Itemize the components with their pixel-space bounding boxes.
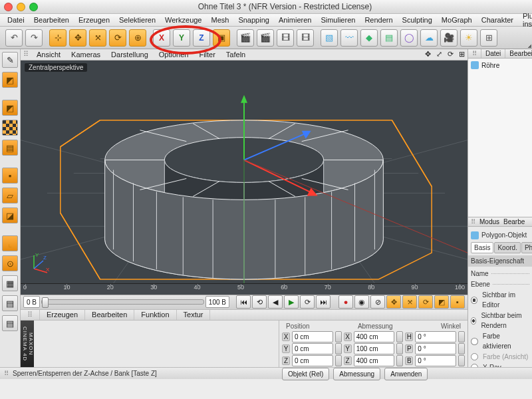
step-forward-button[interactable]: ⟳: [300, 295, 315, 309]
pos-field[interactable]: 0 cm: [292, 331, 333, 342]
tab-bearbeiten[interactable]: Bearbeiten: [85, 310, 134, 320]
object-mode-button[interactable]: ◩: [2, 100, 18, 116]
vp-zoom-icon[interactable]: ⤢: [434, 50, 445, 59]
coord-mode-dropdown[interactable]: Objekt (Rel): [282, 368, 329, 380]
spinner[interactable]: [458, 355, 465, 366]
edge-mode-button[interactable]: ▱: [2, 188, 18, 203]
spinner[interactable]: [458, 343, 465, 354]
workplane-mode-button[interactable]: ▤: [2, 140, 18, 156]
goto-start-button[interactable]: ⏮: [236, 295, 251, 309]
add-modeling-button[interactable]: ▤: [380, 29, 398, 47]
spinner[interactable]: [396, 343, 403, 354]
objmgr-tab-datei[interactable]: Datei: [481, 49, 505, 58]
vp-menu-kameras[interactable]: Kameras: [66, 51, 106, 59]
vp-layout-icon[interactable]: ⊞: [456, 50, 467, 59]
menu-datei[interactable]: Datei: [3, 16, 29, 24]
dim-field[interactable]: 400 cm: [354, 331, 395, 342]
key-param-button[interactable]: ◩: [434, 295, 449, 309]
point-mode-button[interactable]: ▪: [2, 168, 18, 184]
step-back-button[interactable]: ⟲: [252, 295, 267, 309]
axis-mode-button[interactable]: ⌞: [2, 235, 18, 251]
angle-field[interactable]: 0 °: [415, 355, 456, 366]
vp-rotate-icon[interactable]: ⟳: [445, 50, 456, 59]
scale-tool-button[interactable]: ⤧: [89, 29, 106, 47]
add-spline-button[interactable]: 〰: [340, 29, 358, 47]
add-generator-button[interactable]: ◆: [360, 29, 378, 47]
frame-start-field[interactable]: 0 B: [23, 296, 40, 308]
angle-field[interactable]: 0 °: [415, 343, 456, 354]
redo-button[interactable]: [25, 29, 43, 47]
add-camera-button[interactable]: 🎥: [440, 29, 458, 47]
move-tool-button[interactable]: ✥: [69, 29, 86, 47]
menu-charakter[interactable]: Charakter: [477, 16, 518, 24]
menu-snapping[interactable]: Snapping: [233, 16, 274, 24]
radio-vis-render[interactable]: [471, 317, 476, 325]
render-pictureviewer-button[interactable]: 🎞: [277, 29, 294, 47]
spinner[interactable]: [335, 331, 342, 342]
menu-mograph[interactable]: MoGraph: [437, 16, 477, 24]
key-selection-button[interactable]: ⊘: [370, 295, 385, 309]
tab-funktion[interactable]: Funktion: [134, 310, 176, 320]
key-scale-button[interactable]: ⤧: [402, 295, 417, 309]
vp-menu-ansicht[interactable]: Ansicht: [31, 51, 66, 59]
radio-xray[interactable]: [471, 364, 478, 367]
timeline[interactable]: 010 2030 4050 6070 8090 100: [21, 283, 467, 295]
menu-erzeugen[interactable]: Erzeugen: [74, 16, 114, 24]
angle-field[interactable]: 0 °: [415, 331, 456, 342]
locked-workplane-button[interactable]: ▤: [2, 315, 18, 331]
dim-mode-dropdown[interactable]: Abmessung: [333, 368, 380, 380]
spinner[interactable]: [396, 331, 403, 342]
snap-enable-button[interactable]: ⊙: [2, 255, 18, 271]
attr-tab-koord[interactable]: Koord.: [494, 242, 520, 253]
record-key-button[interactable]: ●: [338, 295, 353, 309]
lock-x-axis-button[interactable]: X: [153, 29, 170, 47]
viewport[interactable]: Zentralperspektive: [21, 61, 467, 283]
menu-sculpting[interactable]: Sculpting: [398, 16, 437, 24]
object-item-roehre[interactable]: Röhre: [471, 61, 529, 69]
attr-tab-modus[interactable]: Modus: [479, 218, 499, 225]
add-light-button[interactable]: ☀: [460, 29, 477, 47]
lock-z-axis-button[interactable]: Z: [193, 29, 210, 47]
rotate-tool-button[interactable]: ⟳: [109, 29, 126, 47]
make-editable-button[interactable]: ✎: [2, 52, 18, 68]
render-view-button[interactable]: 🎬: [237, 29, 254, 47]
coordinate-system-button[interactable]: ▣: [213, 29, 230, 47]
menu-rendern[interactable]: Rendern: [360, 16, 397, 24]
add-environment-button[interactable]: ☁: [420, 29, 438, 47]
attr-tab-basis[interactable]: Basis: [471, 242, 493, 253]
play-back-button[interactable]: ◀: [268, 295, 283, 309]
key-pos-button[interactable]: ✥: [386, 295, 401, 309]
vp-menu-tafeln[interactable]: Tafeln: [221, 51, 251, 59]
tab-textur[interactable]: Textur: [177, 310, 211, 320]
undo-button[interactable]: [5, 29, 23, 47]
menu-plugins[interactable]: Plug-ins: [518, 12, 532, 28]
attr-tab-bearbeiten[interactable]: Bearbe: [503, 218, 525, 225]
add-primitive-button[interactable]: ▧: [321, 29, 338, 47]
play-forward-button[interactable]: ▶: [284, 295, 299, 309]
goto-end-button[interactable]: ⏭: [316, 295, 331, 309]
spinner[interactable]: [458, 331, 465, 342]
apply-button[interactable]: Anwenden: [384, 368, 428, 380]
live-selection-button[interactable]: ⊹: [49, 29, 66, 47]
menu-bearbeiten[interactable]: Bearbeiten: [29, 16, 74, 24]
last-tool-button[interactable]: ⊕: [129, 29, 146, 47]
spinner[interactable]: [396, 355, 403, 366]
render-region-button[interactable]: 🎬: [257, 29, 274, 47]
polygon-mode-button[interactable]: ◪: [2, 207, 18, 223]
menu-selektieren[interactable]: Selektieren: [114, 16, 160, 24]
menu-mesh[interactable]: Mesh: [206, 16, 233, 24]
pos-field[interactable]: 0 cm: [292, 355, 333, 366]
dim-field[interactable]: 100 cm: [354, 343, 395, 354]
vp-menu-filter[interactable]: Filter: [194, 51, 220, 59]
menu-simulieren[interactable]: Simulieren: [316, 16, 360, 24]
dim-field[interactable]: 400 cm: [354, 355, 395, 366]
frame-slider[interactable]: [41, 299, 204, 305]
object-manager[interactable]: Röhre: [468, 59, 532, 217]
add-deformer-button[interactable]: ◯: [400, 29, 418, 47]
vp-nav-icon[interactable]: ✥: [422, 50, 434, 59]
vp-menu-optionen[interactable]: Optionen: [154, 51, 194, 59]
spinner[interactable]: [335, 355, 342, 366]
snap-settings-button[interactable]: ▦: [2, 275, 18, 291]
spinner[interactable]: [335, 343, 342, 354]
objmgr-tab-bearbeiten[interactable]: Bearbeit: [505, 49, 532, 58]
